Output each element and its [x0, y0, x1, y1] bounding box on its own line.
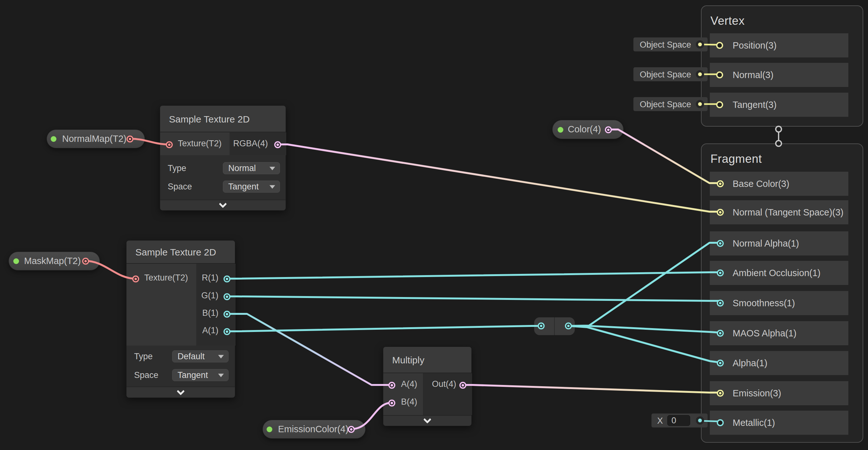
metallic-x-input[interactable]: 0 — [667, 415, 690, 426]
emission-port[interactable] — [717, 390, 724, 397]
position-binding-port-dot[interactable] — [696, 40, 704, 49]
sample2-texture-in-label: Texture(T2) — [144, 273, 188, 283]
sample2-g-out-port[interactable] — [223, 293, 230, 300]
sample1-titlebar[interactable]: Sample Texture 2D — [160, 106, 286, 132]
emissioncolor-out-port[interactable] — [348, 426, 355, 433]
sample2-a-out-port[interactable] — [223, 328, 230, 335]
multiply-out-port[interactable] — [459, 382, 466, 389]
sample2-collapse-chevron-icon — [177, 387, 185, 395]
position-binding-widget[interactable]: Object Space — [633, 37, 708, 51]
edge-sample1-rgba-to-normal-tangent-space[interactable] — [277, 144, 720, 212]
metallic-label: Metallic(1) — [733, 411, 775, 435]
metallic-default-port-dot[interactable] — [696, 416, 704, 425]
tangent-binding-widget[interactable]: Object Space — [633, 97, 708, 111]
alpha-label: Alpha(1) — [733, 351, 768, 375]
normal-binding-port-dot[interactable] — [696, 70, 704, 78]
edge-sample2-a-to-redirect[interactable] — [227, 326, 541, 331]
edge-multiply-out-to-emission[interactable] — [463, 385, 720, 393]
edge-redirect-to-maos-alpha[interactable] — [568, 326, 720, 333]
sample2-a-out-label: A(1) — [202, 326, 218, 335]
sample1-type-label: Type — [168, 163, 186, 173]
normal-binding-label: Object Space — [640, 70, 691, 80]
shader-graph-canvas: Vertex Position(3) Normal(3) Tangent(3) … — [0, 0, 868, 450]
fragment-row-alpha[interactable]: Alpha(1) — [710, 351, 848, 375]
maskmap-exposed-dot-icon — [13, 258, 19, 264]
vertex-row-position[interactable]: Position(3) — [710, 33, 848, 57]
fragment-row-smoothness[interactable]: Smoothness(1) — [710, 291, 848, 315]
metallic-default-widget[interactable]: X 0 — [651, 414, 708, 427]
normal-binding-widget[interactable]: Object Space — [633, 67, 708, 81]
edge-redirect-to-normal-alpha[interactable] — [568, 243, 720, 326]
sample-texture-2d-node-bottom[interactable]: Sample Texture 2D Texture(T2) R(1) G(1) … — [126, 240, 235, 398]
ambient-occlusion-port[interactable] — [717, 270, 724, 276]
edge-redirect-to-alpha[interactable] — [568, 326, 720, 362]
sample2-r-out-port[interactable] — [223, 276, 230, 282]
sample2-type-dropdown[interactable]: Default — [172, 350, 228, 362]
sample2-type-dropdown-arrow-icon — [218, 355, 224, 359]
normal-tangent-port[interactable] — [717, 209, 724, 216]
edge-sample2-g-to-smoothness[interactable] — [227, 297, 720, 301]
position-label: Position(3) — [733, 33, 777, 57]
normal-alpha-label: Normal Alpha(1) — [733, 231, 799, 255]
vertex-block[interactable]: Vertex Position(3) Normal(3) Tangent(3) — [701, 5, 863, 126]
sample1-rgba-out-label: RGBA(4) — [233, 139, 268, 148]
vertex-block-title: Vertex — [710, 14, 745, 28]
fragment-row-ambient-occlusion[interactable]: Ambient Occlusion(1) — [710, 261, 848, 285]
sample1-space-dropdown[interactable]: Tangent — [223, 180, 280, 193]
maos-alpha-port[interactable] — [717, 330, 724, 337]
fragment-row-metallic[interactable]: Metallic(1) — [710, 411, 848, 435]
maskmap-out-port[interactable] — [82, 258, 89, 265]
redirect-node[interactable] — [534, 317, 575, 335]
property-normalmap[interactable]: NormalMap(T2) — [46, 130, 145, 148]
tangent-binding-port-dot[interactable] — [696, 100, 704, 108]
fragment-block[interactable]: Fragment Base Color(3) Normal (Tangent S… — [701, 143, 863, 443]
color-out-port[interactable] — [605, 126, 612, 133]
fragment-row-maos-alpha[interactable]: MAOS Alpha(1) — [710, 321, 848, 345]
redirect-in-port[interactable] — [538, 322, 545, 330]
base-color-label: Base Color(3) — [733, 172, 789, 196]
multiply-b-in-port[interactable] — [389, 399, 395, 406]
multiply-node[interactable]: Multiply A(4) B(4) Out(4) — [383, 346, 472, 426]
fragment-row-normal-alpha[interactable]: Normal Alpha(1) — [710, 231, 848, 255]
tangent-port[interactable] — [716, 101, 723, 108]
connector-top-knob[interactable] — [776, 126, 781, 132]
metallic-port[interactable] — [717, 419, 724, 426]
property-emissioncolor[interactable]: EmissionColor(4) — [262, 420, 366, 439]
sample1-collapse-bar[interactable] — [160, 200, 286, 210]
sample2-texture-in-port[interactable] — [132, 276, 139, 282]
normalmap-out-port[interactable] — [126, 136, 133, 142]
sample2-space-dropdown[interactable]: Tangent — [172, 369, 228, 381]
vertex-row-tangent[interactable]: Tangent(3) — [710, 93, 848, 117]
smoothness-port[interactable] — [717, 300, 724, 307]
redirect-out-port[interactable] — [565, 322, 572, 330]
vertex-row-normal[interactable]: Normal(3) — [710, 63, 848, 87]
fragment-row-emission[interactable]: Emission(3) — [710, 381, 848, 405]
fragment-row-normal-tangent[interactable]: Normal (Tangent Space)(3) — [710, 200, 848, 224]
edge-sample2-b-to-multiply-a[interactable] — [227, 314, 392, 385]
sample1-rgba-out-port[interactable] — [274, 141, 281, 148]
tangent-binding-label: Object Space — [640, 100, 691, 110]
metallic-x-label: X — [657, 416, 663, 426]
multiply-a-in-port[interactable] — [389, 382, 395, 389]
property-maskmap[interactable]: MaskMap(T2) — [8, 252, 100, 271]
alpha-port[interactable] — [717, 360, 724, 367]
normal-alpha-port[interactable] — [717, 240, 724, 247]
edge-sample2-r-to-ambient-occlusion[interactable] — [227, 272, 720, 279]
sample2-b-out-port[interactable] — [223, 311, 230, 318]
smoothness-label: Smoothness(1) — [733, 291, 795, 315]
fragment-row-base-color[interactable]: Base Color(3) — [710, 172, 848, 196]
sample-texture-2d-node-top[interactable]: Sample Texture 2D Texture(T2) RGBA(4) Ty… — [160, 105, 286, 210]
base-color-port[interactable] — [717, 180, 724, 187]
multiply-collapse-bar[interactable] — [383, 415, 471, 426]
sample2-collapse-bar[interactable] — [126, 387, 235, 398]
sample1-title: Sample Texture 2D — [169, 114, 250, 125]
sample1-type-dropdown[interactable]: Normal — [223, 162, 280, 174]
sample2-titlebar[interactable]: Sample Texture 2D — [126, 241, 235, 264]
sample2-g-out-label: G(1) — [201, 291, 218, 301]
normal-port[interactable] — [716, 72, 723, 78]
sample1-texture-in-port[interactable] — [166, 141, 173, 148]
position-port[interactable] — [716, 42, 723, 49]
sample1-space-dropdown-arrow-icon — [270, 185, 275, 189]
multiply-titlebar[interactable]: Multiply — [383, 347, 471, 373]
property-color[interactable]: Color(4) — [552, 120, 624, 139]
